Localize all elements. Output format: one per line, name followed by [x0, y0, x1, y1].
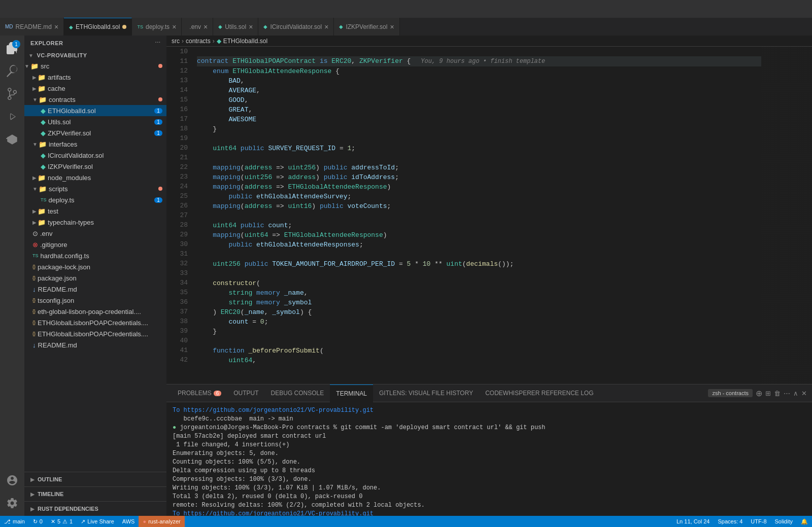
tab-ethglobal[interactable]: ◆ETHGlobalId.sol [64, 18, 132, 36]
tree-label-gitignore: .gitignore [40, 241, 67, 249]
language-button[interactable]: Solidity [771, 516, 797, 527]
tree-label-readmemd: README.md [38, 286, 77, 293]
tab-label-ethglobal: ETHGlobalId.sol [76, 23, 120, 30]
activity-settings[interactable] [2, 493, 22, 513]
maximize-panel-icon[interactable]: ∧ [793, 390, 798, 397]
encoding-button[interactable]: UTF-8 [747, 516, 770, 527]
activity-explorer[interactable]: 1 [2, 38, 22, 58]
explorer-badge: 1 [12, 40, 20, 48]
tab-gitlens[interactable]: GITLENS: VISUAL FILE HISTORY [373, 384, 479, 402]
tab-close-deploy[interactable]: × [172, 23, 176, 31]
tree-item-tsconfigjson[interactable]: {}tsconfig.json [24, 295, 166, 306]
tree-label-hardhat: hardhat.config.ts [41, 252, 89, 260]
tree-item-icircuitvalidator[interactable]: ◆ICircuitValidator.sol [24, 150, 166, 161]
tree-label-packagelock: package-lock.json [38, 263, 90, 271]
tab-label-env: .env [189, 23, 201, 30]
code-line-24: mapping(address => ETHGlobalAttendeeResp… [197, 182, 761, 192]
tab-icircuit[interactable]: ◆ICircuitValidator.sol× [258, 18, 334, 36]
tab-env[interactable]: .env× [182, 18, 213, 36]
sync-button[interactable]: ↻ 0 [29, 516, 47, 527]
code-line-21 [197, 153, 761, 163]
tree-item-izkpverifier[interactable]: ◆IZKPVerifier.sol [24, 161, 166, 172]
tab-close-env[interactable]: × [204, 23, 208, 31]
tree-item-src[interactable]: ▼📁src [24, 60, 166, 72]
code-line-26: mapping(address => uint16) public voteCo… [197, 201, 761, 211]
notification-bell[interactable]: 🔔 [797, 516, 812, 527]
tree-item-cache[interactable]: ▶📁cache [24, 83, 166, 94]
terminal-line: ● jorgeantonio@Jorges-MacBook-Pro contra… [173, 424, 806, 432]
tree-item-hardhat[interactable]: TShardhat.config.ts [24, 250, 166, 261]
tree-item-readmemd[interactable]: ↓README.md [24, 284, 166, 295]
explorer-actions[interactable]: ⋯ [155, 40, 161, 46]
spaces-button[interactable]: Spaces: 4 [714, 516, 747, 527]
tree-item-node_modules[interactable]: ▶📁node_modules [24, 172, 166, 183]
tab-izkp[interactable]: ◆IZKPVerifier.sol× [334, 18, 399, 36]
tree-item-contracts[interactable]: ▼📁contracts [24, 94, 166, 105]
tree-icon-tsconfigjson: {} [32, 298, 36, 303]
line-num-13: 13 [171, 76, 188, 85]
tab-close-icircuit[interactable]: × [324, 23, 328, 31]
timeline-section[interactable]: ▶ TIMELINE [24, 486, 166, 501]
tree-item-ethglobalpoap1[interactable]: {}eth-global-lisbon-poap-credential.... [24, 306, 166, 317]
tab-debug[interactable]: DEBUG CONSOLE [265, 384, 330, 402]
tree-item-ethglobalpoap3[interactable]: {}ETHGlobalLisbonPOAPCredentials.... [24, 328, 166, 339]
close-panel-icon[interactable]: ✕ [801, 390, 807, 397]
tree-item-test[interactable]: ▶📁test [24, 205, 166, 217]
tree-item-artifacts[interactable]: ▶📁artifacts [24, 72, 166, 83]
line-numbers: 1011121314151617181920212223242526272829… [166, 47, 192, 384]
git-branch[interactable]: ⎇ main [0, 516, 29, 527]
tree-item-packagelock[interactable]: {}package-lock.json [24, 261, 166, 272]
panel-actions: zsh - contracts ⊕ ⊞ 🗑 ⋯ ∧ ✕ [708, 389, 807, 398]
tab-close-readme[interactable]: × [54, 23, 58, 31]
errors-count[interactable]: ✕ 5 ⚠ 1 [47, 516, 77, 527]
tree-item-gitignore[interactable]: ⊗.gitignore [24, 239, 166, 250]
tree-item-env[interactable]: ⊙.env [24, 228, 166, 239]
tree-icon-test: 📁 [38, 207, 46, 215]
warning-icon: ⚠ [62, 518, 67, 525]
tree-icon-ethglobalpoap1: {} [32, 309, 36, 314]
rust-deps-section[interactable]: ▶ RUST DEPENDENCIES [24, 501, 166, 516]
tree-item-packagejson[interactable]: {}package.json [24, 272, 166, 284]
tree-item-ethglobalid[interactable]: ◆ETHGlobalId.sol1 [24, 105, 166, 116]
tab-codewhisperer[interactable]: CODEWHISPERER REFERENCE LOG [479, 384, 599, 402]
tab-problems[interactable]: PROBLEMS 6 [172, 384, 227, 402]
new-file-icon[interactable]: ⋯ [155, 40, 161, 46]
tree-label-izkpverifier: IZKPVerifier.sol [48, 163, 93, 170]
activity-extensions[interactable] [2, 129, 22, 150]
tree-item-ethglobalpoap2[interactable]: {}ETHGlobalLisbonPOAPCredentials.... [24, 317, 166, 328]
aws-button[interactable]: AWS [118, 516, 139, 527]
add-terminal-icon[interactable]: ⊕ [756, 389, 762, 398]
liveshare-button[interactable]: ↗ Live Share [77, 516, 118, 527]
tree-item-utils[interactable]: ◆Utils.sol1 [24, 116, 166, 127]
tab-close-izkp[interactable]: × [390, 23, 394, 31]
project-header[interactable]: ▼ VC-PROVABILITY [24, 50, 166, 60]
breadcrumb-file-icon: ◆ [217, 38, 221, 45]
line-num-29: 29 [171, 230, 188, 239]
split-terminal-icon[interactable]: ⊞ [765, 390, 771, 397]
tab-readme[interactable]: MDREADME.md× [0, 18, 64, 36]
tab-terminal[interactable]: TERMINAL [330, 384, 373, 402]
activity-account[interactable] [2, 470, 22, 490]
tab-close-utils[interactable]: × [249, 23, 253, 31]
rust-analyzer-button[interactable]: ● rust-analyzer [139, 516, 184, 527]
tree-item-scripts[interactable]: ▼📁scripts [24, 183, 166, 194]
tree-item-readmemd2[interactable]: ↓README.md [24, 339, 166, 350]
activity-search[interactable] [2, 61, 22, 81]
activity-run[interactable] [2, 107, 22, 127]
bell-icon: 🔔 [801, 518, 808, 525]
tree-item-interfaces[interactable]: ▼📁interfaces [24, 138, 166, 150]
more-actions-icon[interactable]: ⋯ [784, 390, 790, 397]
outline-section[interactable]: ▶ OUTLINE [24, 472, 166, 486]
cursor-position[interactable]: Ln 11, Col 24 [672, 516, 714, 527]
code-content[interactable]: contract ETHGlobalPOAPContract is ERC20,… [192, 47, 761, 384]
tree-item-deployts[interactable]: TSdeploy.ts1 [24, 194, 166, 205]
tree-icon-zkpverifier: ◆ [41, 129, 46, 137]
activity-source-control[interactable] [2, 84, 22, 104]
kill-terminal-icon[interactable]: 🗑 [774, 390, 781, 397]
line-num-18: 18 [171, 124, 188, 133]
tree-item-zkpverifier[interactable]: ◆ZKPVerifier.sol1 [24, 127, 166, 138]
tree-item-typechain[interactable]: ▶📁typechain-types [24, 217, 166, 228]
tab-deploy[interactable]: TSdeploy.ts× [132, 18, 182, 36]
tab-output[interactable]: OUTPUT [227, 384, 264, 402]
tab-utils[interactable]: ◆Utils.sol× [213, 18, 258, 36]
